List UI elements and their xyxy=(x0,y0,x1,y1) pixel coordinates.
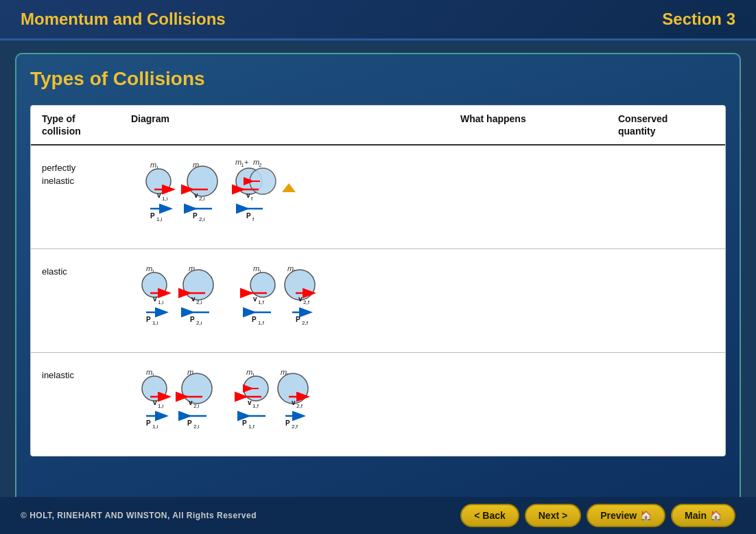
copyright: © HOLT, RINEHART AND WINSTON, All Rights… xyxy=(21,511,257,520)
svg-text:P: P xyxy=(146,316,151,323)
preview-label: Preview xyxy=(600,510,637,521)
svg-text:2,i: 2,i xyxy=(199,196,205,202)
svg-text:v: v xyxy=(248,399,252,406)
nav-buttons: < Back Next > Preview 🏠 Main 🏠 xyxy=(460,504,735,527)
diagram-svg-1: m 1 v 1,i P 1,i m 2 xyxy=(131,159,378,235)
svg-text:2,f: 2,f xyxy=(303,299,310,305)
svg-text:v: v xyxy=(157,191,161,199)
preview-icon: 🏠 xyxy=(640,510,652,521)
table-row-perfectly-inelastic: perfectlyinelastic m 1 v 1,i P xyxy=(31,146,725,249)
svg-text:+: + xyxy=(244,159,248,166)
row-label-2: elastic xyxy=(42,260,131,278)
svg-text:2,i: 2,i xyxy=(196,320,202,326)
svg-text:P: P xyxy=(296,316,300,323)
diagram-cell-2: m 1 v 1,i P 1,i m 2 v 2,i P xyxy=(131,260,460,341)
svg-text:v: v xyxy=(153,295,157,303)
svg-text:2,i: 2,i xyxy=(193,423,200,430)
diagram-svg-2: m 1 v 1,i P 1,i m 2 v 2,i P xyxy=(131,263,405,338)
svg-text:f: f xyxy=(251,196,253,202)
next-label: Next > xyxy=(539,510,567,521)
svg-text:1,f: 1,f xyxy=(252,403,259,409)
svg-text:v: v xyxy=(189,399,193,406)
footer: © HOLT, RINEHART AND WINSTON, All Rights… xyxy=(0,497,756,534)
svg-text:v: v xyxy=(253,295,257,303)
col-header-type: Type ofcollision xyxy=(42,113,131,137)
collision-table: Type ofcollision Diagram What happens Co… xyxy=(30,105,726,456)
svg-text:P: P xyxy=(193,212,198,220)
svg-text:1,i: 1,i xyxy=(152,320,158,326)
svg-text:P: P xyxy=(187,419,192,427)
header-title: Momentum and Collisions xyxy=(21,10,226,29)
row-label-1: perfectlyinelastic xyxy=(42,156,131,187)
header-section: Section 3 xyxy=(662,10,735,29)
svg-text:f: f xyxy=(252,216,255,222)
svg-text:2,f: 2,f xyxy=(292,423,298,430)
main-button[interactable]: Main 🏠 xyxy=(671,504,735,527)
svg-text:P: P xyxy=(285,419,290,427)
table-header: Type ofcollision Diagram What happens Co… xyxy=(31,106,725,146)
svg-text:1,f: 1,f xyxy=(258,320,265,326)
svg-marker-32 xyxy=(282,183,296,192)
diagram-cell-3: m 1 v 1,i P 1,i m 2 v 2,i P xyxy=(131,364,460,445)
svg-point-80 xyxy=(182,373,212,404)
table-row-inelastic: inelastic xyxy=(31,353,725,456)
svg-text:1,i: 1,i xyxy=(162,196,168,202)
diagram-svg-3: m 1 v 1,i P 1,i m 2 v 2,i P xyxy=(131,367,392,442)
svg-point-44 xyxy=(183,270,213,300)
next-button[interactable]: Next > xyxy=(525,504,581,527)
svg-text:v: v xyxy=(246,191,250,199)
row-label-3: inelastic xyxy=(42,364,131,382)
svg-text:v: v xyxy=(292,399,296,406)
svg-text:1,i: 1,i xyxy=(158,403,164,409)
svg-text:2: 2 xyxy=(259,162,262,168)
svg-text:2,f: 2,f xyxy=(296,403,303,409)
svg-text:1,f: 1,f xyxy=(258,299,265,305)
preview-button[interactable]: Preview 🏠 xyxy=(587,504,665,527)
back-label: < Back xyxy=(474,510,506,521)
svg-text:v: v xyxy=(298,295,303,303)
svg-text:v: v xyxy=(194,191,198,199)
svg-text:P: P xyxy=(150,212,155,220)
svg-point-11 xyxy=(187,166,217,196)
main-icon: 🏠 xyxy=(710,510,722,521)
diagram-cell-1: m 1 v 1,i P 1,i m 2 xyxy=(131,156,460,237)
svg-text:P: P xyxy=(252,316,257,323)
main-label: Main xyxy=(685,510,707,521)
svg-text:1,i: 1,i xyxy=(152,423,158,430)
svg-text:P: P xyxy=(242,419,247,427)
svg-text:1,i: 1,i xyxy=(158,299,164,305)
header: Momentum and Collisions Section 3 xyxy=(0,0,756,40)
table-row-elastic: elastic xyxy=(31,249,725,353)
svg-text:P: P xyxy=(190,316,195,323)
svg-text:2,i: 2,i xyxy=(199,216,205,222)
svg-text:2,i: 2,i xyxy=(196,299,202,305)
svg-text:2,i: 2,i xyxy=(193,403,200,409)
svg-text:P: P xyxy=(146,419,151,427)
svg-text:2,f: 2,f xyxy=(302,320,309,326)
col-header-what: What happens xyxy=(460,113,618,137)
main-content: Types of Collisions Type ofcollision Dia… xyxy=(15,53,741,506)
svg-text:1,i: 1,i xyxy=(156,216,163,222)
slide-title: Types of Collisions xyxy=(30,65,726,93)
col-header-conserved: Conservedquantity xyxy=(618,113,700,137)
svg-text:v: v xyxy=(153,399,157,406)
svg-text:v: v xyxy=(191,295,196,303)
svg-text:P: P xyxy=(246,212,251,220)
back-button[interactable]: < Back xyxy=(460,504,519,527)
col-header-diagram: Diagram xyxy=(131,113,460,137)
svg-text:1,f: 1,f xyxy=(248,423,255,430)
